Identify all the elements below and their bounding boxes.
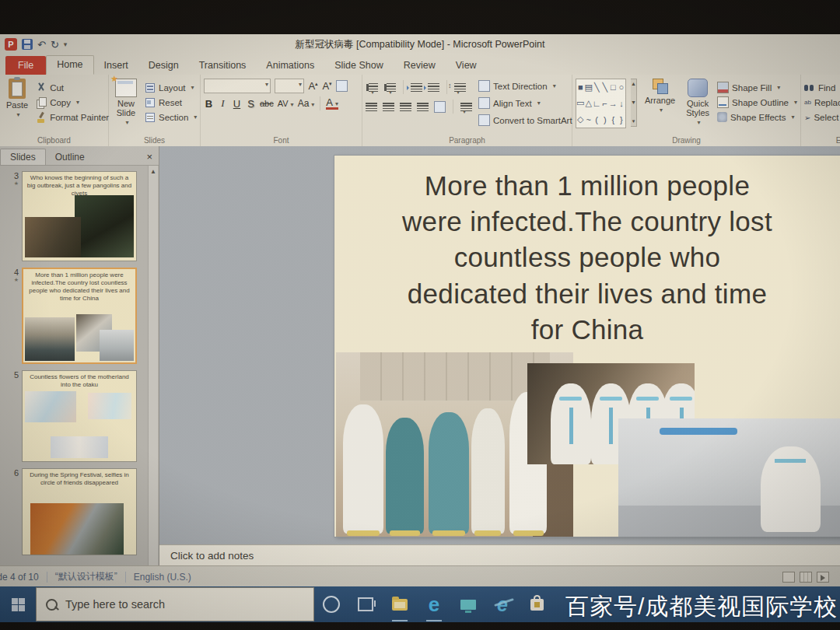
- task-view-button[interactable]: [348, 586, 383, 622]
- shape-effects-button[interactable]: Shape Effects: [717, 110, 797, 124]
- shape-fill-button[interactable]: Shape Fill: [717, 80, 797, 95]
- format-painter-button[interactable]: Format Painter: [36, 110, 109, 124]
- tab-transitions[interactable]: Transitions: [189, 57, 257, 75]
- copy-button[interactable]: Copy: [36, 95, 109, 110]
- tab-home[interactable]: Home: [46, 55, 93, 75]
- scroll-up-icon[interactable]: ▲: [631, 81, 636, 86]
- paste-button[interactable]: Paste: [3, 77, 31, 135]
- align-center-icon[interactable]: [383, 103, 394, 111]
- font-color-button[interactable]: A: [326, 97, 338, 110]
- close-panel-icon[interactable]: ×: [140, 151, 159, 165]
- tab-review[interactable]: Review: [394, 57, 446, 75]
- shape-glyph[interactable]: ○: [619, 82, 625, 92]
- font-size-combo[interactable]: [275, 79, 304, 93]
- cortana-button[interactable]: [314, 586, 348, 622]
- shape-glyph[interactable]: △: [585, 98, 591, 108]
- italic-button[interactable]: I: [218, 97, 228, 110]
- character-spacing-button[interactable]: AV: [278, 99, 294, 108]
- scroll-down-icon[interactable]: ▼: [631, 100, 636, 105]
- quick-styles-button[interactable]: Quick Styles: [683, 77, 712, 135]
- clear-formatting-icon[interactable]: [336, 80, 348, 92]
- text-shadow-button[interactable]: S: [246, 98, 256, 110]
- slide-show-view-icon[interactable]: [817, 572, 829, 583]
- shape-glyph[interactable]: (: [595, 115, 598, 124]
- decrease-indent-icon[interactable]: [411, 83, 422, 92]
- shape-glyph[interactable]: ■: [578, 82, 583, 92]
- reset-button[interactable]: Reset: [145, 95, 197, 110]
- bold-button[interactable]: B: [204, 98, 214, 110]
- align-left-icon[interactable]: [366, 103, 377, 111]
- shape-glyph[interactable]: ~: [586, 115, 590, 124]
- slide-title-text[interactable]: More than 1 million people were infected…: [334, 168, 840, 348]
- increase-indent-icon[interactable]: [428, 83, 439, 92]
- display-app-button[interactable]: [451, 586, 485, 622]
- cut-button[interactable]: Cut: [36, 80, 109, 95]
- tab-outline[interactable]: Outline: [46, 149, 94, 165]
- notes-pane[interactable]: Click to add notes: [159, 544, 840, 565]
- justify-icon[interactable]: [417, 103, 429, 111]
- file-explorer-button[interactable]: [383, 586, 417, 622]
- align-right-icon[interactable]: [400, 103, 411, 111]
- shape-glyph[interactable]: □: [611, 82, 616, 92]
- slide-sorter-view-icon[interactable]: [800, 572, 812, 583]
- shape-glyph[interactable]: ⌐: [602, 99, 607, 108]
- start-button[interactable]: [0, 586, 36, 622]
- language-indicator[interactable]: English (U.S.): [134, 572, 191, 583]
- shape-glyph[interactable]: {: [611, 115, 614, 124]
- find-button[interactable]: Find: [804, 80, 840, 95]
- edge-button[interactable]: e: [417, 586, 451, 622]
- numbering-icon[interactable]: [387, 83, 396, 92]
- photo-laboratory-protective-suit[interactable]: [618, 418, 840, 537]
- bullets-icon[interactable]: [369, 83, 378, 92]
- layout-button[interactable]: Layout: [145, 80, 197, 95]
- columns-dropdown-icon[interactable]: [460, 103, 472, 111]
- strikethrough-button[interactable]: abc: [260, 99, 274, 108]
- shape-glyph[interactable]: }: [620, 115, 623, 124]
- tab-slide-show[interactable]: Slide Show: [324, 57, 394, 75]
- section-button[interactable]: Section: [145, 110, 197, 124]
- underline-button[interactable]: U: [232, 98, 242, 110]
- tab-view[interactable]: View: [446, 57, 487, 75]
- scroll-up-icon[interactable]: ▲: [150, 168, 156, 175]
- shape-glyph[interactable]: ╲: [602, 82, 607, 93]
- slide-canvas[interactable]: More than 1 million people were infected…: [334, 156, 840, 537]
- arrange-button[interactable]: Arrange: [642, 77, 678, 135]
- normal-view-icon[interactable]: [782, 572, 795, 583]
- align-text-button[interactable]: Align Text: [478, 96, 581, 110]
- tab-file[interactable]: File: [5, 56, 46, 75]
- line-spacing-icon[interactable]: [454, 83, 466, 92]
- tab-animations[interactable]: Animations: [256, 57, 324, 75]
- slide-thumbnail-5[interactable]: Countless flowers of the motherland into…: [22, 370, 137, 462]
- internet-explorer-button[interactable]: e: [485, 586, 520, 622]
- shape-glyph[interactable]: ╲: [594, 82, 600, 93]
- shape-glyph[interactable]: ◇: [577, 114, 583, 124]
- select-button[interactable]: Select: [804, 110, 840, 124]
- shapes-gallery[interactable]: ■▤╲╲□○▭△∟⌐→↓◇~(){}: [576, 79, 626, 128]
- shape-glyph[interactable]: ): [604, 115, 607, 124]
- gallery-more-icon[interactable]: ▾: [632, 118, 635, 124]
- slide-thumbnail-6[interactable]: During the Spring Festival, selfies in c…: [22, 468, 137, 555]
- shape-glyph[interactable]: ↓: [619, 99, 624, 108]
- shapes-gallery-scrollbar[interactable]: ▲ ▼ ▾: [631, 79, 637, 127]
- tab-design[interactable]: Design: [138, 57, 189, 75]
- slide-thumbnail-3[interactable]: Who knows the beginning of such a big ou…: [22, 171, 137, 261]
- text-direction-button[interactable]: Text Direction: [478, 79, 581, 93]
- store-button[interactable]: [520, 586, 554, 622]
- convert-smartart-button[interactable]: Convert to SmartArt: [478, 113, 581, 128]
- shrink-font-button[interactable]: A: [322, 80, 332, 92]
- shape-glyph[interactable]: ▤: [584, 82, 592, 93]
- tab-slides-thumbnails[interactable]: Slides: [0, 149, 46, 165]
- tab-insert[interactable]: Insert: [94, 57, 138, 75]
- change-case-button[interactable]: Aa: [298, 98, 315, 109]
- shape-glyph[interactable]: ∟: [593, 99, 601, 108]
- font-name-combo[interactable]: [204, 79, 271, 93]
- taskbar-search-input[interactable]: Type here to search: [36, 587, 314, 621]
- columns-icon[interactable]: [434, 101, 446, 113]
- shape-outline-button[interactable]: Shape Outline: [717, 95, 797, 110]
- shape-glyph[interactable]: ▭: [576, 98, 584, 108]
- panel-scrollbar[interactable]: ▲: [148, 166, 158, 566]
- new-slide-button[interactable]: New Slide: [112, 77, 140, 135]
- slide-thumbnail-4-selected[interactable]: More than 1 million people were infected…: [22, 268, 137, 364]
- grow-font-button[interactable]: A: [308, 80, 318, 92]
- replace-button[interactable]: ab Replace: [804, 95, 840, 110]
